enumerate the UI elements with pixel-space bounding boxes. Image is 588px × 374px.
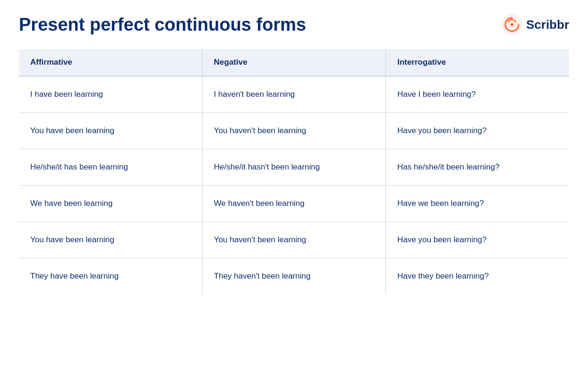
cell-negative: He/she/it hasn't been learning: [202, 149, 385, 186]
page-title: Present perfect continuous forms: [19, 15, 306, 35]
cell-interrogative: Have you been learning?: [386, 113, 569, 149]
cell-affirmative: You have been learning: [19, 222, 202, 258]
page-header: Present perfect continuous forms Scribbr: [19, 14, 569, 35]
cell-interrogative: Have they been learning?: [386, 258, 569, 295]
cell-interrogative: Has he/she/it been learning?: [386, 149, 569, 186]
cell-interrogative: Have we been learning?: [386, 186, 569, 222]
header-negative: Negative: [202, 49, 385, 76]
table-row: I have been learningI haven't been learn…: [19, 76, 569, 113]
logo-text: Scribbr: [526, 17, 569, 32]
table-row: You have been learningYou haven't been l…: [19, 222, 569, 258]
cell-affirmative: We have been learning: [19, 186, 202, 222]
cell-affirmative: He/she/it has been learning: [19, 149, 202, 186]
header-affirmative: Affirmative: [19, 49, 202, 76]
header-interrogative: Interrogative: [386, 49, 569, 76]
cell-affirmative: You have been learning: [19, 113, 202, 149]
cell-negative: I haven't been learning: [202, 76, 385, 113]
logo: Scribbr: [502, 14, 569, 35]
cell-interrogative: Have you been learning?: [386, 222, 569, 258]
table-row: They have been learningThey haven't been…: [19, 258, 569, 295]
cell-negative: You haven't been learning: [202, 113, 385, 149]
cell-affirmative: I have been learning: [19, 76, 202, 113]
cell-interrogative: Have I been learning?: [386, 76, 569, 113]
table-row: We have been learningWe haven't been lea…: [19, 186, 569, 222]
table-row: He/she/it has been learningHe/she/it has…: [19, 149, 569, 186]
cell-negative: We haven't been learning: [202, 186, 385, 222]
conjugation-table: Affirmative Negative Interrogative I hav…: [19, 49, 569, 294]
cell-affirmative: They have been learning: [19, 258, 202, 295]
cell-negative: They haven't been learning: [202, 258, 385, 295]
cell-negative: You haven't been learning: [202, 222, 385, 258]
scribbr-logo-icon: [502, 14, 522, 35]
table-header-row: Affirmative Negative Interrogative: [19, 49, 569, 76]
table-row: You have been learningYou haven't been l…: [19, 113, 569, 149]
